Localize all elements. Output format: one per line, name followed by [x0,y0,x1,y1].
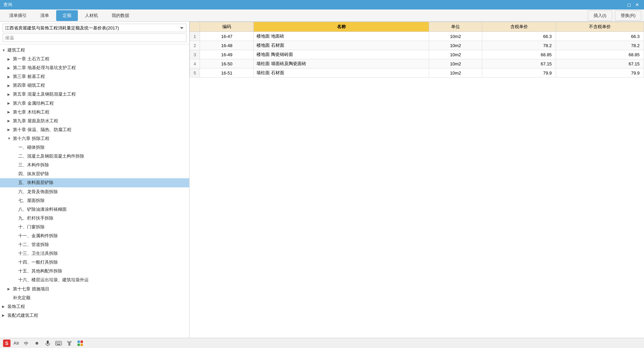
tree-label-ch16-7: 七、屋面拆除 [18,197,45,204]
mic-icon[interactable] [44,339,52,347]
keyboard-icon[interactable] [54,339,63,347]
svg-rect-10 [60,342,60,343]
tree-item-ch7[interactable]: ▶第七章 木结构工程 [0,108,189,117]
search-input[interactable] [3,34,186,42]
chinese-input-icon[interactable]: 中 [22,339,30,347]
tree-item-zpjz[interactable]: ▶装配式建筑工程 [0,311,189,320]
svg-rect-8 [57,342,58,343]
cell-notax-price: 67.15 [556,59,644,68]
shirt-icon[interactable] [65,339,73,347]
svg-rect-15 [57,344,60,345]
tree-item-ch16-16[interactable]: 十六、楼层运出垃圾、建筑垃圾外运 [0,275,189,284]
svg-rect-7 [56,342,57,343]
table-row[interactable]: 216-48楼地面 石材面10m278.278.2 [190,41,644,50]
cell-notax-price: 79.9 [556,68,644,78]
cell-name: 楼地面 地面砖 [254,32,429,41]
table-row[interactable]: 316-49楼地面 陶瓷锦砖面10m268.8568.85 [190,50,644,59]
table-row[interactable]: 416-50墙柱面 墙面砖及陶瓷面砖10m267.1567.15 [190,59,644,68]
grid-icon[interactable] [76,339,84,347]
svg-rect-9 [59,342,59,343]
col-notax-price: 不含税单价 [556,22,644,32]
main-content: 江西省房屋建筑与装饰工程消耗量定额及统一基价表(2017) ▼建筑工程▶第一章 … [0,22,644,338]
cell-code: 16-51 [200,68,254,78]
tree-item-ch17[interactable]: ▶第十七章 措施项目 [0,285,189,293]
tree-expand-icon-zs: ▶ [2,304,7,309]
tree-item-ch16-5[interactable]: 五、块料面层铲除 [0,178,189,187]
tree-item-ch16-4[interactable]: 四、抹灰层铲除 [0,169,189,178]
tree-item-ch16-13[interactable]: 十三、卫生洁具拆除 [0,249,189,258]
cell-idx: 5 [190,68,200,78]
tree-label-ch16: 第十六章 拆除工程 [13,135,49,142]
tab-rencaiji[interactable]: 人材机 [79,10,105,21]
cell-tax-price: 67.15 [482,59,556,68]
tree-item-ch16-8[interactable]: 八、铲除油漆涂料裱糊面 [0,205,189,214]
tree-label-ch5: 第五章 混凝土及钢筋混凝土工程 [13,90,76,98]
cell-tax-price: 66.3 [482,32,556,41]
tree-label-ch17: 第十七章 措施项目 [13,285,49,293]
tree-item-ch6[interactable]: ▶第六章 金属结构工程 [0,99,189,108]
tree-item-ch16-14[interactable]: 十四、一般灯具拆除 [0,258,189,267]
tree-item-ch2[interactable]: ▶第二章 地基处理与基坑支护工程 [0,63,189,72]
cell-name: 墙柱面 石材面 [254,68,429,78]
svg-rect-11 [56,343,57,344]
tree-item-ch16-3[interactable]: 三、木构件拆除 [0,161,189,169]
tree-item-ch16-11[interactable]: 十一、金属构件拆除 [0,231,189,240]
tree-expand-icon-ch7: ▶ [7,109,12,115]
close-button[interactable]: ✕ [634,2,641,7]
tab-qingdan-yinyin[interactable]: 清单摘引 [3,10,33,21]
logo-s-icon[interactable]: S [3,339,11,347]
tree-item-ch16-2[interactable]: 二、混凝土及钢筋混凝土构件拆除 [0,152,189,161]
tree-item-ch4[interactable]: ▶第四章 砌筑工程 [0,81,189,90]
tree-label-jz: 建筑工程 [7,46,25,54]
tab-wode-shuju[interactable]: 我的数据 [105,10,136,21]
tree-label-ch16-16: 十六、楼层运出垃圾、建筑垃圾外运 [18,276,89,284]
tree-label-ch16-5: 五、块料面层铲除 [18,179,53,186]
tree-label-ch3: 第三章 桩基工程 [13,73,45,80]
tree-item-ch5[interactable]: ▶第五章 混凝土及钢筋混凝土工程 [0,90,189,99]
tab-qingdan[interactable]: 清单 [34,10,55,21]
tree-item-budinge[interactable]: 补充定额 [0,293,189,302]
cell-code: 16-49 [200,50,254,59]
cell-name: 墙柱面 墙面砖及陶瓷面砖 [254,59,429,68]
insert-button[interactable]: 插入(I) [588,11,612,21]
cell-name: 楼地面 石材面 [254,41,429,50]
cell-tax-price: 78.2 [482,41,556,50]
tree-item-ch16[interactable]: ▼第十六章 拆除工程 [0,134,189,143]
svg-rect-16 [77,341,80,343]
tree-item-zs[interactable]: ▶装饰工程 [0,302,189,311]
cell-unit: 10m2 [429,59,482,68]
tree-label-ch16-12: 十二、管道拆除 [18,241,49,248]
tree-item-ch16-1[interactable]: 一、砌体拆除 [0,143,189,152]
right-panel: 编码 名称 单位 含税单价 不含税单价 116-47楼地面 地面砖10m266.… [190,22,644,338]
cell-name: 楼地面 陶瓷锦砖面 [254,50,429,59]
tree-item-ch10[interactable]: ▶第十章 保温、隔热、防腐工程 [0,125,189,134]
dot-icon[interactable] [33,339,41,347]
tree-item-ch9[interactable]: ▶第九章 屋面及防水工程 [0,117,189,125]
svg-rect-13 [59,343,59,344]
tree-item-ch16-12[interactable]: 十二、管道拆除 [0,240,189,249]
tree-item-ch16-7[interactable]: 七、屋面拆除 [0,196,189,205]
tree-label-ch16-9: 九、栏杆扶手拆除 [18,214,53,222]
table-row[interactable]: 116-47楼地面 地面砖10m266.366.3 [190,32,644,41]
tab-right-buttons: 插入(I) 替换(R) [588,11,641,21]
cell-unit: 10m2 [429,68,482,78]
table-row[interactable]: 516-51墙柱面 石材面10m279.979.9 [190,68,644,78]
replace-button[interactable]: 替换(R) [615,11,641,21]
tree-item-ch3[interactable]: ▶第三章 桩基工程 [0,72,189,81]
tree-label-ch16-4: 四、抹灰层铲除 [18,170,49,178]
tree-item-ch16-9[interactable]: 九、栏杆扶手拆除 [0,214,189,223]
col-idx [190,22,200,32]
tree-item-ch16-10[interactable]: 十、门窗拆除 [0,223,189,231]
tree-item-ch16-6[interactable]: 六、龙骨及饰面拆除 [0,187,189,196]
tree-item-ch1[interactable]: ▶第一章 土石方工程 [0,55,189,63]
quota-dropdown[interactable]: 江西省房屋建筑与装饰工程消耗量定额及统一基价表(2017) [3,24,186,32]
restore-button[interactable]: ◻ [626,2,632,7]
tree-item-ch16-15[interactable]: 十五、其他构配件拆除 [0,267,189,275]
cell-idx: 2 [190,41,200,50]
cell-unit: 10m2 [429,50,482,59]
tree-label-zs: 装饰工程 [7,303,25,310]
tree-label-ch9: 第九章 屋面及防水工程 [13,117,58,125]
tree-item-jz[interactable]: ▼建筑工程 [0,46,189,55]
tree-label-ch16-3: 三、木构件拆除 [18,161,49,169]
tab-ding-e[interactable]: 定额 [56,10,78,21]
